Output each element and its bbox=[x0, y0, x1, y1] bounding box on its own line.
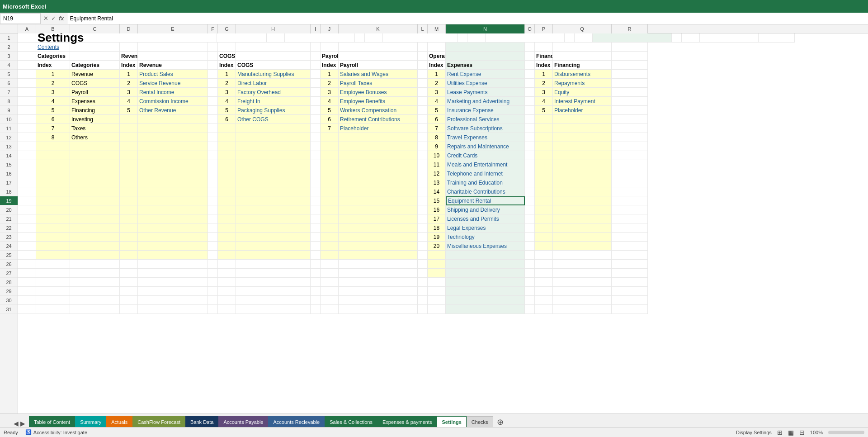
cell-B18[interactable] bbox=[36, 187, 70, 196]
cell-K15[interactable] bbox=[339, 160, 418, 169]
cell-E13[interactable] bbox=[138, 142, 208, 151]
cell-C25[interactable] bbox=[70, 251, 120, 260]
cell-M14[interactable]: 10 bbox=[428, 151, 446, 160]
cell-Q24[interactable] bbox=[553, 242, 612, 251]
cell-R31[interactable] bbox=[612, 305, 648, 314]
cell-G1[interactable] bbox=[365, 33, 383, 43]
cell-Q27[interactable] bbox=[553, 269, 612, 278]
cell-E17[interactable] bbox=[138, 178, 208, 187]
cell-R14[interactable] bbox=[612, 151, 648, 160]
cell-O5[interactable] bbox=[525, 70, 535, 79]
cell-B28[interactable] bbox=[36, 278, 70, 287]
cell-L24[interactable] bbox=[418, 242, 428, 251]
cell-G2[interactable] bbox=[218, 43, 236, 52]
cell-J6[interactable]: 2 bbox=[321, 79, 339, 88]
cell-B10[interactable]: 6 bbox=[36, 115, 70, 124]
cell-E25[interactable] bbox=[138, 251, 208, 260]
cell-C3[interactable] bbox=[70, 52, 120, 61]
cell-B3-cat-title[interactable]: Categories bbox=[36, 52, 70, 61]
cell-I9[interactable] bbox=[311, 106, 321, 115]
cell-H5[interactable]: Manufacturing Supplies bbox=[236, 70, 311, 79]
cell-J25[interactable] bbox=[321, 251, 339, 260]
cell-M5[interactable]: 1 bbox=[428, 70, 446, 79]
cell-K13[interactable] bbox=[339, 142, 418, 151]
cell-I24[interactable] bbox=[311, 242, 321, 251]
cell-K30[interactable] bbox=[339, 296, 418, 305]
cell-A29[interactable] bbox=[18, 287, 36, 296]
cell-D12[interactable] bbox=[120, 133, 138, 142]
cell-B22[interactable] bbox=[36, 223, 70, 233]
cell-K19[interactable] bbox=[339, 196, 418, 205]
cell-P11[interactable] bbox=[535, 124, 553, 133]
cell-R7[interactable] bbox=[612, 88, 648, 97]
cell-F17[interactable] bbox=[208, 178, 218, 187]
col-header-L[interactable]: L bbox=[418, 24, 428, 33]
cell-A7[interactable] bbox=[18, 88, 36, 97]
cell-I10[interactable] bbox=[311, 115, 321, 124]
cell-E2[interactable] bbox=[138, 43, 208, 52]
cell-H4-cogs[interactable]: COGS bbox=[236, 61, 311, 70]
cell-F1[interactable] bbox=[355, 33, 365, 43]
cell-I4[interactable] bbox=[311, 61, 321, 70]
cell-B14[interactable] bbox=[36, 151, 70, 160]
cell-K11[interactable]: Placeholder bbox=[339, 124, 418, 133]
cell-E21[interactable] bbox=[138, 214, 208, 223]
cell-J29[interactable] bbox=[321, 287, 339, 296]
cell-O27[interactable] bbox=[525, 269, 535, 278]
cell-L13[interactable] bbox=[418, 142, 428, 151]
cell-O15[interactable] bbox=[525, 160, 535, 169]
cell-F14[interactable] bbox=[208, 151, 218, 160]
cell-L19[interactable] bbox=[418, 196, 428, 205]
cell-A12[interactable] bbox=[18, 133, 36, 142]
cell-I8[interactable] bbox=[311, 97, 321, 106]
cell-A3[interactable] bbox=[18, 52, 36, 61]
cell-C30[interactable] bbox=[70, 296, 120, 305]
cell-M2[interactable] bbox=[428, 43, 446, 52]
cell-B23[interactable] bbox=[36, 233, 70, 242]
confirm-icon[interactable]: ✓ bbox=[51, 15, 56, 22]
cell-P3-fin-title[interactable]: Financing CF bbox=[535, 52, 553, 61]
cell-C21[interactable] bbox=[70, 214, 120, 223]
cell-H28[interactable] bbox=[236, 278, 311, 287]
cell-N11[interactable]: Software Subscriptions bbox=[446, 124, 525, 133]
cell-P8[interactable]: 4 bbox=[535, 97, 553, 106]
cell-B25[interactable] bbox=[36, 251, 70, 260]
cell-R24[interactable] bbox=[612, 242, 648, 251]
cell-G17[interactable] bbox=[218, 178, 236, 187]
cell-K23[interactable] bbox=[339, 233, 418, 242]
cell-B6[interactable]: 2 bbox=[36, 79, 70, 88]
cell-R13[interactable] bbox=[612, 142, 648, 151]
cell-B9[interactable]: 5 bbox=[36, 106, 70, 115]
cell-I13[interactable] bbox=[311, 142, 321, 151]
cell-R4[interactable] bbox=[612, 61, 648, 70]
cell-O28[interactable] bbox=[525, 278, 535, 287]
cell-K25[interactable] bbox=[339, 251, 418, 260]
cell-B19[interactable] bbox=[36, 196, 70, 205]
cell-P26[interactable] bbox=[535, 260, 553, 269]
cell-C19[interactable] bbox=[70, 196, 120, 205]
cell-A31[interactable] bbox=[18, 305, 36, 314]
cell-M7[interactable]: 3 bbox=[428, 88, 446, 97]
cell-D30[interactable] bbox=[120, 296, 138, 305]
cell-H9[interactable]: Packaging Supplies bbox=[236, 106, 311, 115]
tab-nav-right[interactable]: ▶ bbox=[20, 420, 25, 427]
cell-C22[interactable] bbox=[70, 223, 120, 233]
cell-O29[interactable] bbox=[525, 287, 535, 296]
cell-Q17[interactable] bbox=[553, 178, 612, 187]
cell-J7[interactable]: 3 bbox=[321, 88, 339, 97]
cell-P23[interactable] bbox=[535, 233, 553, 242]
cell-H24[interactable] bbox=[236, 242, 311, 251]
cell-M10[interactable]: 6 bbox=[428, 115, 446, 124]
tab-expenses-payments[interactable]: Expenses & payments bbox=[377, 416, 437, 427]
cell-M4-idx[interactable]: Index bbox=[428, 61, 446, 70]
cell-L6[interactable] bbox=[418, 79, 428, 88]
cell-J30[interactable] bbox=[321, 296, 339, 305]
cell-F29[interactable] bbox=[208, 287, 218, 296]
cell-L22[interactable] bbox=[418, 223, 428, 233]
cell-E20[interactable] bbox=[138, 205, 208, 214]
cell-A26[interactable] bbox=[18, 260, 36, 269]
cell-K17[interactable] bbox=[339, 178, 418, 187]
view-normal-icon[interactable]: ⊞ bbox=[777, 429, 783, 436]
cell-O16[interactable] bbox=[525, 169, 535, 178]
cell-F7[interactable] bbox=[208, 88, 218, 97]
